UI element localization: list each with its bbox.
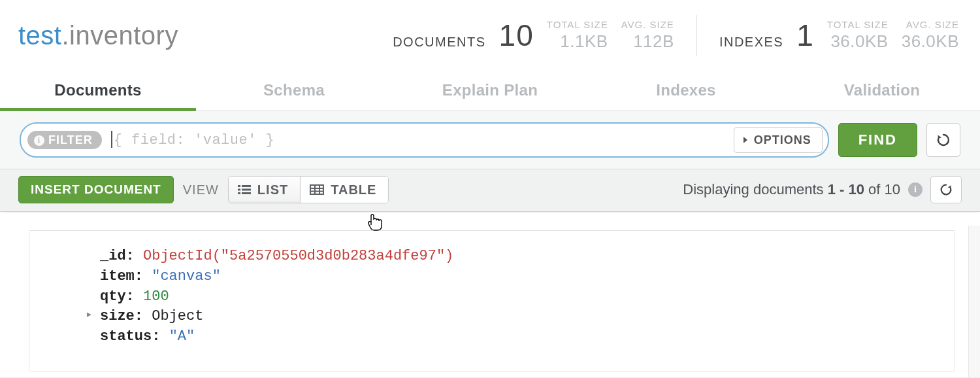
document-card[interactable]: _id: ObjectId("5a2570550d3d0b283a4dfe97"… (29, 230, 955, 371)
view-table-label: TABLE (331, 182, 376, 198)
view-table-button[interactable]: TABLE (300, 177, 388, 203)
table-icon (310, 184, 324, 195)
collection-header: test.inventory DOCUMENTS 10 TOTAL SIZE 1… (0, 0, 980, 71)
field-key-id: _id (100, 248, 126, 264)
svg-rect-3 (242, 185, 251, 187)
field-key-size: size (100, 308, 135, 324)
docs-total-size-label: TOTAL SIZE (547, 19, 608, 30)
indexes-label: INDEXES (719, 22, 783, 50)
idx-total-size-value: 36.0KB (830, 31, 888, 52)
svg-rect-4 (238, 189, 240, 191)
tab-indexes[interactable]: Indexes (588, 71, 784, 111)
tab-explain-plan[interactable]: Explain Plan (392, 71, 588, 111)
documents-count: 10 (499, 18, 534, 53)
indexes-count: 1 (796, 18, 814, 53)
tab-documents[interactable]: Documents (0, 71, 196, 111)
svg-rect-6 (238, 192, 240, 194)
filter-input-wrap[interactable]: i FILTER { field: 'value' } OPTIONS (20, 122, 829, 158)
view-toggle: LIST TABLE (228, 176, 389, 203)
header-stats: DOCUMENTS 10 TOTAL SIZE 1.1KB AVG. SIZE … (393, 15, 959, 56)
namespace-dot: . (61, 21, 69, 50)
database-name: test (18, 21, 61, 50)
collection-name: inventory (69, 21, 178, 50)
docs-avg-size-pair: AVG. SIZE 112B (621, 19, 674, 52)
filter-tag-label: FILTER (48, 133, 93, 147)
pagination-status: Displaying documents 1 - 10 of 10 i (683, 176, 962, 203)
collection-namespace: test.inventory (18, 21, 178, 50)
doc-field-qty: qty: 100 (100, 287, 955, 307)
text-cursor (111, 131, 112, 148)
svg-rect-8 (310, 185, 323, 194)
filter-tag: i FILTER (27, 131, 102, 149)
history-icon (936, 132, 951, 148)
tab-schema[interactable]: Schema (196, 71, 392, 111)
idx-avg-size-label: AVG. SIZE (906, 19, 959, 30)
svg-text:i: i (38, 136, 41, 145)
refresh-icon (939, 182, 953, 197)
view-list-button[interactable]: LIST (229, 177, 300, 203)
view-label: VIEW (183, 182, 219, 198)
reset-button[interactable] (926, 123, 960, 157)
tab-validation[interactable]: Validation (784, 71, 980, 111)
svg-rect-2 (238, 185, 240, 187)
field-value-qty: 100 (143, 288, 169, 305)
displaying-range: 1 - 10 (828, 181, 864, 198)
displaying-total: 10 (885, 181, 900, 198)
options-button[interactable]: OPTIONS (734, 127, 823, 153)
displaying-text: Displaying documents 1 - 10 of 10 (683, 181, 900, 198)
documents-label: DOCUMENTS (393, 22, 485, 50)
idx-total-size-pair: TOTAL SIZE 36.0KB (827, 19, 889, 52)
docs-total-size-value: 1.1KB (560, 31, 608, 52)
svg-rect-7 (242, 192, 251, 194)
info-icon: i (34, 135, 44, 146)
docs-avg-size-label: AVG. SIZE (621, 19, 674, 30)
refresh-button[interactable] (930, 176, 962, 203)
expand-caret-icon[interactable]: ▸ (86, 307, 93, 323)
field-key-status: status (100, 328, 152, 345)
query-bar: i FILTER { field: 'value' } OPTIONS FIND (0, 111, 980, 169)
collection-tabs: Documents Schema Explain Plan Indexes Va… (0, 71, 980, 111)
indexes-stat-group: INDEXES 1 TOTAL SIZE 36.0KB AVG. SIZE 36… (719, 18, 959, 53)
idx-avg-size-pair: AVG. SIZE 36.0KB (902, 19, 959, 52)
options-label: OPTIONS (754, 133, 811, 147)
objectid-value: "5a2570550d3d0b283a4dfe97" (221, 248, 445, 264)
docs-total-size-pair: TOTAL SIZE 1.1KB (547, 19, 608, 52)
field-key-qty: qty (100, 288, 126, 305)
field-value-item: "canvas" (152, 268, 221, 284)
documents-toolbar: INSERT DOCUMENT VIEW LIST TABLE Displayi… (0, 169, 980, 212)
field-value-size: Object (152, 308, 203, 324)
doc-field-item: item: "canvas" (100, 267, 955, 287)
list-icon (238, 184, 251, 195)
objectid-prefix: ObjectId( (143, 248, 221, 264)
filter-placeholder: { field: 'value' } (114, 132, 275, 148)
stat-divider (696, 15, 697, 56)
idx-total-size-label: TOTAL SIZE (827, 19, 889, 30)
documents-stat-group: DOCUMENTS 10 TOTAL SIZE 1.1KB AVG. SIZE … (393, 18, 674, 53)
doc-field-size: ▸size: Object (100, 307, 955, 327)
svg-rect-5 (242, 189, 251, 191)
caret-right-icon (742, 136, 749, 144)
filter-input[interactable]: { field: 'value' } (102, 131, 734, 148)
objectid-suffix: ) (445, 248, 453, 264)
doc-field-id: _id: ObjectId("5a2570550d3d0b283a4dfe97"… (100, 247, 955, 267)
idx-avg-size-value: 36.0KB (902, 31, 959, 52)
doc-field-status: status: "A" (100, 327, 955, 347)
displaying-middle: of (864, 181, 885, 198)
document-list: _id: ObjectId("5a2570550d3d0b283a4dfe97"… (0, 212, 980, 371)
find-button[interactable]: FIND (838, 123, 917, 157)
vertical-scrollbar[interactable] (968, 226, 980, 378)
field-key-item: item (100, 268, 135, 284)
info-icon[interactable]: i (908, 182, 923, 197)
insert-document-button[interactable]: INSERT DOCUMENT (18, 176, 174, 203)
displaying-prefix: Displaying documents (683, 181, 827, 198)
view-list-label: LIST (257, 182, 288, 198)
docs-avg-size-value: 112B (633, 31, 674, 52)
field-value-status: "A" (169, 328, 195, 345)
